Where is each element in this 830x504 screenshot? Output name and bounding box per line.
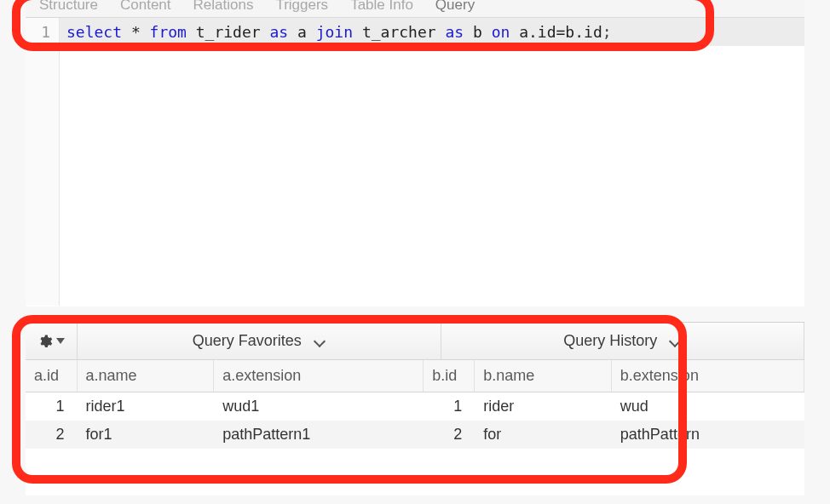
tab-structure[interactable]: Structure: [34, 0, 103, 17]
chevron-down-icon: [56, 338, 65, 344]
col-b-extension[interactable]: b.extension: [611, 360, 804, 392]
cell-b-id: 1: [424, 392, 475, 421]
tab-triggers[interactable]: Triggers: [270, 0, 333, 17]
tok-semicolon: ;: [602, 23, 612, 41]
kw-on: on: [492, 23, 510, 41]
tab-content[interactable]: Content: [115, 0, 176, 17]
results-toolbar: Query Favorites Query History: [26, 323, 804, 360]
gear-icon: [37, 334, 53, 349]
cell-b-name: rider: [475, 392, 612, 421]
query-favorites-button[interactable]: Query Favorites: [78, 323, 441, 359]
col-a-name[interactable]: a.name: [77, 360, 214, 392]
table-header-row: a.id a.name a.extension b.id b.name b.ex…: [26, 360, 804, 392]
col-b-name[interactable]: b.name: [475, 360, 612, 392]
query-history-label: Query History: [563, 332, 657, 350]
sql-code-line[interactable]: select * from t_rider as a join t_archer…: [60, 18, 804, 46]
cell-b-id: 2: [424, 421, 475, 449]
gear-menu-button[interactable]: [26, 323, 78, 359]
col-b-id[interactable]: b.id: [424, 360, 475, 392]
col-a-id[interactable]: a.id: [26, 360, 77, 392]
tab-table-info[interactable]: Table Info: [345, 0, 418, 17]
cell-a-ext: wud1: [214, 392, 424, 421]
cell-a-name: rider1: [77, 392, 214, 421]
tok-alias-b: b: [473, 23, 482, 41]
kw-select: select: [66, 23, 122, 41]
cell-a-id: 2: [26, 421, 77, 449]
editor-tabs: Structure Content Relations Triggers Tab…: [26, 0, 804, 17]
kw-from: from: [150, 23, 187, 41]
tok-alias-a: a: [297, 23, 307, 41]
cell-a-ext: pathPattern1: [214, 421, 424, 449]
table-row[interactable]: 1 rider1 wud1 1 rider wud: [26, 392, 804, 421]
tab-query[interactable]: Query: [430, 0, 480, 17]
query-favorites-label: Query Favorites: [193, 332, 302, 350]
results-panel: Query Favorites Query History a.id a.nam…: [26, 322, 804, 495]
cell-b-name: for: [475, 421, 612, 449]
results-table[interactable]: a.id a.name a.extension b.id b.name b.ex…: [26, 360, 804, 449]
tok-star: *: [131, 23, 141, 41]
kw-as-2: as: [445, 23, 464, 41]
kw-join: join: [316, 23, 353, 41]
col-a-extension[interactable]: a.extension: [214, 360, 424, 392]
kw-as-1: as: [269, 23, 288, 41]
cell-a-name: for1: [77, 421, 214, 449]
line-number: 1: [26, 18, 60, 46]
editor-body[interactable]: [60, 46, 804, 306]
table-row[interactable]: 2 for1 pathPattern1 2 for pathPattern: [26, 421, 804, 449]
tab-relations[interactable]: Relations: [188, 0, 259, 17]
tok-trider: t_rider: [196, 23, 261, 41]
tok-tarcher: t_archer: [362, 23, 436, 41]
sql-editor[interactable]: 1 select * from t_rider as a join t_arch…: [26, 17, 804, 306]
chevron-down-icon: [669, 335, 681, 347]
tok-condition: a.id=b.id: [519, 23, 602, 41]
cell-b-ext: pathPattern: [611, 421, 804, 449]
cell-a-id: 1: [26, 392, 77, 421]
gutter: [26, 46, 60, 306]
chevron-down-icon: [314, 335, 326, 347]
cell-b-ext: wud: [611, 392, 804, 421]
query-history-button[interactable]: Query History: [441, 323, 805, 359]
